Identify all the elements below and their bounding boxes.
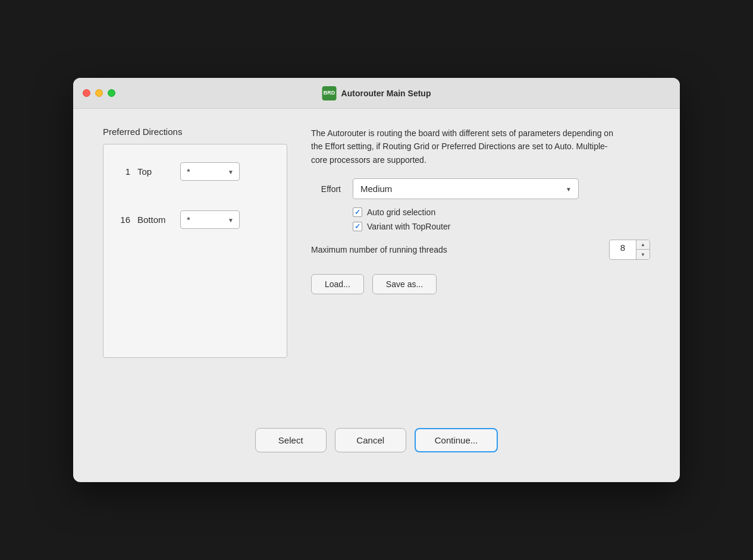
titlebar-center: BRD Autorouter Main Setup bbox=[322, 86, 431, 100]
close-button[interactable] bbox=[83, 89, 90, 97]
threads-label: Maximum number of running threads bbox=[311, 245, 600, 254]
window-title: Autorouter Main Setup bbox=[341, 89, 431, 98]
content-area: Preferred Directions 1 Top * Horizontal … bbox=[73, 109, 680, 482]
traffic-lights bbox=[83, 89, 115, 97]
directions-box: 1 Top * Horizontal Vertical Auto bbox=[103, 144, 287, 358]
auto-grid-label: Auto grid selection bbox=[367, 207, 435, 217]
threads-value: 8 bbox=[610, 240, 636, 259]
threads-row: Maximum number of running threads 8 ▲ ▼ bbox=[311, 240, 650, 260]
bottom-direction-select[interactable]: * Horizontal Vertical Auto bbox=[180, 210, 240, 229]
action-buttons-row: Load... Save as... bbox=[311, 274, 650, 294]
bottom-direction-select-wrapper: * Horizontal Vertical Auto bbox=[180, 210, 240, 229]
bottom-direction-row: 16 Bottom * Horizontal Vertical Auto bbox=[115, 210, 275, 229]
save-as-button[interactable]: Save as... bbox=[372, 274, 437, 294]
cancel-button[interactable]: Cancel bbox=[335, 428, 406, 452]
top-direction-select-wrapper: * Horizontal Vertical Auto bbox=[180, 162, 240, 181]
section-title: Preferred Directions bbox=[103, 127, 287, 137]
select-button[interactable]: Select bbox=[255, 428, 327, 452]
variant-toprouter-label: Variant with TopRouter bbox=[367, 222, 450, 231]
threads-increment-button[interactable]: ▲ bbox=[636, 240, 650, 250]
top-layer-num: 1 bbox=[115, 166, 130, 177]
effort-select[interactable]: Low Medium High Auto bbox=[353, 178, 579, 199]
effort-label: Effort bbox=[311, 184, 341, 194]
description-text: The Autorouter is routing the board with… bbox=[311, 127, 620, 166]
bottom-layer-label: Bottom bbox=[137, 215, 173, 225]
bottom-buttons: Select Cancel Continue... bbox=[103, 410, 650, 464]
effort-select-wrapper: Low Medium High Auto bbox=[353, 178, 579, 199]
minimize-button[interactable] bbox=[95, 89, 103, 97]
auto-grid-row: Auto grid selection bbox=[353, 207, 650, 217]
right-panel: The Autorouter is routing the board with… bbox=[311, 127, 650, 410]
app-icon: BRD bbox=[322, 86, 337, 100]
left-panel: Preferred Directions 1 Top * Horizontal … bbox=[103, 127, 287, 410]
spinner-buttons: ▲ ▼ bbox=[636, 240, 650, 259]
top-direction-select[interactable]: * Horizontal Vertical Auto bbox=[180, 162, 240, 181]
effort-row: Effort Low Medium High Auto bbox=[311, 178, 650, 199]
main-area: Preferred Directions 1 Top * Horizontal … bbox=[103, 127, 650, 410]
auto-grid-checkbox[interactable] bbox=[353, 207, 362, 217]
titlebar: BRD Autorouter Main Setup bbox=[73, 78, 680, 109]
top-direction-row: 1 Top * Horizontal Vertical Auto bbox=[115, 162, 275, 181]
settings-area: Effort Low Medium High Auto bbox=[311, 178, 650, 294]
top-layer-label: Top bbox=[137, 166, 173, 177]
threads-spinner: 8 ▲ ▼ bbox=[609, 240, 650, 260]
continue-button[interactable]: Continue... bbox=[415, 428, 498, 452]
checkboxes-area: Auto grid selection Variant with TopRout… bbox=[311, 207, 650, 231]
load-button[interactable]: Load... bbox=[311, 274, 364, 294]
main-window: BRD Autorouter Main Setup Preferred Dire… bbox=[73, 78, 680, 482]
bottom-layer-num: 16 bbox=[115, 215, 130, 225]
variant-toprouter-checkbox[interactable] bbox=[353, 222, 362, 231]
threads-decrement-button[interactable]: ▼ bbox=[636, 250, 650, 259]
maximize-button[interactable] bbox=[108, 89, 115, 97]
variant-toprouter-row: Variant with TopRouter bbox=[353, 222, 650, 231]
